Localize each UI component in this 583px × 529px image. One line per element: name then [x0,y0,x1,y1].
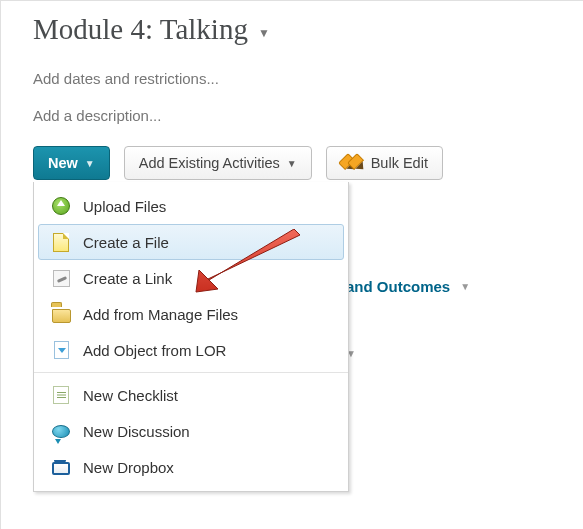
file-icon [51,232,71,252]
menu-item-add-from-manage-files[interactable]: Add from Manage Files [38,296,344,332]
menu-item-label: Create a File [83,234,169,251]
menu-item-label: New Checklist [83,387,178,404]
lor-icon [51,340,71,360]
dropbox-icon [51,457,71,477]
link-icon [51,268,71,288]
menu-item-new-checklist[interactable]: New Checklist [38,377,344,413]
add-description-link[interactable]: Add a description... [33,107,583,124]
add-existing-label: Add Existing Activities [139,155,280,171]
bulk-edit-label: Bulk Edit [371,155,428,171]
menu-item-add-from-lor[interactable]: Add Object from LOR [38,332,344,368]
add-dates-link[interactable]: Add dates and restrictions... [33,70,583,87]
menu-item-label: Create a Link [83,270,172,287]
caret-down-icon: ▼ [85,158,95,169]
menu-item-label: New Dropbox [83,459,174,476]
new-button[interactable]: New ▼ [33,146,110,180]
background-outcomes-text: and Outcomes ▼ [346,278,470,295]
new-dropdown-menu: Upload Files Create a File Create a Link… [33,182,349,492]
menu-item-label: Add Object from LOR [83,342,226,359]
upload-icon [51,196,71,216]
folder-icon [51,304,71,324]
module-options-caret[interactable]: ▼ [258,20,270,40]
checklist-icon [51,385,71,405]
add-existing-activities-button[interactable]: Add Existing Activities ▼ [124,146,312,180]
menu-item-new-discussion[interactable]: New Discussion [38,413,344,449]
module-toolbar: New ▼ Add Existing Activities ▼ Bulk Edi… [33,146,583,180]
outcomes-fragment: and Outcomes [346,278,450,295]
menu-item-upload-files[interactable]: Upload Files [38,188,344,224]
menu-item-label: Add from Manage Files [83,306,238,323]
discussion-icon [51,421,71,441]
menu-item-create-link[interactable]: Create a Link [38,260,344,296]
bulk-edit-button[interactable]: Bulk Edit [326,146,443,180]
menu-separator [34,372,348,373]
menu-item-label: Upload Files [83,198,166,215]
menu-item-create-file[interactable]: Create a File [38,224,344,260]
module-title: Module 4: Talking [33,13,248,46]
caret-down-icon: ▼ [460,281,470,292]
new-button-label: New [48,155,78,171]
menu-item-label: New Discussion [83,423,190,440]
pencil-icon [341,156,364,170]
caret-down-icon: ▼ [287,158,297,169]
menu-item-new-dropbox[interactable]: New Dropbox [38,449,344,485]
